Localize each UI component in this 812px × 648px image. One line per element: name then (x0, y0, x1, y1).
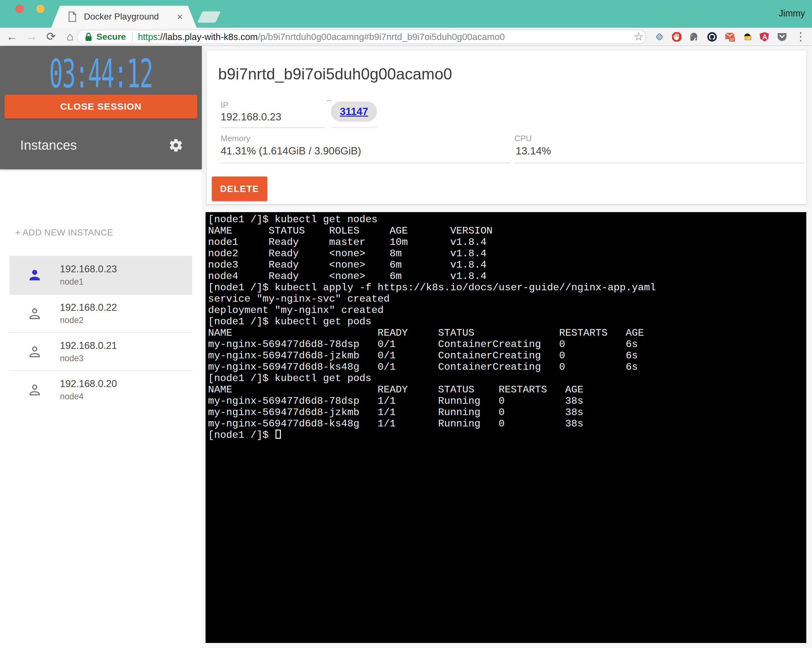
new-tab-button[interactable] (197, 11, 221, 23)
forward-icon[interactable]: → (23, 28, 40, 46)
ip-label: IP (221, 100, 229, 110)
terminal-cursor (276, 430, 281, 439)
close-window-button[interactable] (15, 5, 24, 13)
terminal-line: node1 Ready master 10m v1.8.4 (208, 237, 804, 248)
url-bar[interactable]: Secure https://labs.play-with-k8s.com/p/… (77, 30, 646, 44)
browser-tab[interactable]: Docker Playground × (51, 6, 197, 28)
terminal-line: my-nginx-569477d6d8-jzkmb 0/1 ContainerC… (208, 350, 804, 361)
browser-titlebar: Docker Playground × Jimmy (0, 0, 812, 28)
gear-icon[interactable] (168, 138, 183, 153)
ip-underline (221, 127, 325, 128)
instance-row-node3[interactable]: 192.168.0.21 node3 (9, 332, 192, 371)
instance-row-node2[interactable]: 192.168.0.22 node2 (9, 294, 192, 332)
memory-label: Memory (221, 134, 250, 143)
minimize-window-button[interactable] (36, 5, 44, 13)
mail-badge-count: 17 (730, 38, 734, 41)
cpu-label: CPU (514, 134, 532, 143)
instance-row-node1[interactable]: 192.168.0.23 node1 (9, 256, 192, 294)
cpu-value: 13.14% (516, 145, 551, 157)
pocket-icon[interactable] (777, 32, 788, 42)
person-outline-icon (27, 382, 42, 398)
page-favicon-icon (67, 11, 77, 22)
secure-label: Secure (96, 32, 126, 42)
terminal-line: [node1 /]$ kubectl get nodes (208, 214, 804, 225)
terminal-line: my-nginx-569477d6d8-78dsp 0/1 ContainerC… (208, 339, 804, 350)
terminal-line: my-nginx-569477d6d8-ks48g 1/1 Running 0 … (208, 418, 804, 430)
github-octocat-icon[interactable] (707, 32, 717, 42)
terminal[interactable]: [node1 /]$ kubectl get nodesNAME STATUS … (206, 212, 806, 643)
terminal-line: my-nginx-569477d6d8-jzkmb 1/1 Running 0 … (208, 407, 804, 418)
terminal-line: [node1 /]$ kubectl apply -f https://k8s.… (208, 282, 804, 293)
ip-value: 192.168.0.23 (221, 111, 281, 123)
add-new-instance-button[interactable]: + ADD NEW INSTANCE (15, 227, 113, 238)
person-filled-icon (27, 268, 42, 283)
terminal-line: node3 Ready <none> 6m v1.8.4 (208, 259, 804, 271)
terminal-line: node4 Ready <none> 6m v1.8.4 (208, 271, 804, 282)
terminal-prompt: [node1 /]$ (208, 429, 275, 441)
instance-ip: 192.168.0.22 (60, 302, 117, 313)
terminal-line: deployment "my-nginx" created (208, 305, 804, 316)
off-toggle-extension-icon[interactable]: off (742, 32, 753, 42)
url-path: /p/b9i7nrtduh0g00acamng#b9i7nrtd_b9i7oi5… (258, 32, 505, 42)
instance-name: node2 (60, 316, 117, 325)
terminal-output: [node1 /]$ kubectl get nodesNAME STATUS … (208, 214, 804, 430)
instance-ip: 192.168.0.23 (60, 264, 117, 275)
port-badge[interactable]: 31147 (331, 102, 377, 122)
port-link[interactable]: 31147 (340, 105, 368, 117)
user-name: Jimmy (778, 8, 805, 18)
instance-list: 192.168.0.23 node1 192.168.0.22 node2 19… (9, 256, 192, 409)
instance-ip: 192.168.0.21 (60, 340, 117, 351)
url-scheme: https (138, 32, 157, 42)
terminal-line: [node1 /]$ kubectl get pods (208, 316, 804, 328)
session-panel: 03:44:12 CLOSE SESSION Instances (0, 46, 202, 169)
reload-icon[interactable]: ⟳ (43, 28, 59, 46)
terminal-line: service "my-nginx-svc" created (208, 293, 804, 305)
terminal-line: NAME READY STATUS RESTARTS AGE (208, 384, 804, 396)
url-host: ://labs.play-with-k8s.com (157, 32, 258, 42)
terminal-line: my-nginx-569477d6d8-ks48g 0/1 ContainerC… (208, 361, 804, 373)
delete-button[interactable]: DELETE (212, 177, 267, 201)
blue-gem-extension-icon[interactable] (654, 32, 665, 42)
cpu-underline (514, 163, 804, 163)
person-outline-icon (27, 306, 42, 321)
instance-name: node3 (60, 354, 117, 363)
browser-menu-icon[interactable]: ⋮ (794, 28, 807, 46)
stop-hand-adblock-icon[interactable] (672, 32, 682, 42)
port-underline (331, 127, 377, 128)
url-divider (132, 32, 133, 41)
session-timer: 03:44:12 (42, 51, 159, 96)
back-icon[interactable]: ← (4, 28, 20, 46)
memory-underline (221, 163, 511, 163)
terminal-line: node2 Ready <none> 8m v1.8.4 (208, 248, 804, 259)
instance-row-node4[interactable]: 192.168.0.20 node4 (9, 371, 192, 409)
bookmark-star-icon[interactable]: ☆ (630, 28, 647, 46)
instances-title: Instances (20, 138, 77, 153)
evernote-elephant-icon[interactable] (689, 32, 699, 42)
page: Docker Playground × Jimmy ← → ⟳ ⌂ Secure… (0, 0, 812, 648)
terminal-line: my-nginx-569477d6d8-78dsp 1/1 Running 0 … (208, 396, 804, 407)
terminal-line: NAME STATUS ROLES AGE VERSION (208, 225, 804, 237)
port-tick (327, 100, 331, 101)
page-title: b9i7nrtd_b9i7oi5duh0g00acamo0 (218, 65, 452, 83)
memory-value: 41.31% (1.614GiB / 3.906GiB) (221, 145, 361, 157)
close-session-button[interactable]: CLOSE SESSION (5, 95, 197, 119)
instance-name: node1 (60, 277, 117, 287)
terminal-line: [node1 /]$ kubectl get pods (208, 373, 804, 384)
terminal-line: NAME READY STATUS RESTARTS AGE (208, 328, 804, 339)
home-icon[interactable]: ⌂ (62, 28, 78, 46)
tab-title: Docker Playground (84, 12, 159, 22)
instance-name: node4 (60, 392, 117, 401)
person-outline-icon (27, 344, 42, 359)
url-text: https://labs.play-with-k8s.com/p/b9i7nrt… (138, 32, 505, 42)
angular-shield-icon[interactable] (759, 32, 770, 42)
sidebar: 03:44:12 CLOSE SESSION Instances + ADD N… (0, 46, 202, 648)
instance-ip: 192.168.0.20 (60, 378, 117, 390)
secure-lock-icon (84, 32, 93, 41)
terminal-prompt-line: [node1 /]$ (208, 430, 804, 441)
off-badge-label: off (746, 36, 750, 40)
close-tab-icon[interactable]: × (177, 6, 183, 28)
mail-extension-icon[interactable]: 17 (725, 32, 736, 42)
